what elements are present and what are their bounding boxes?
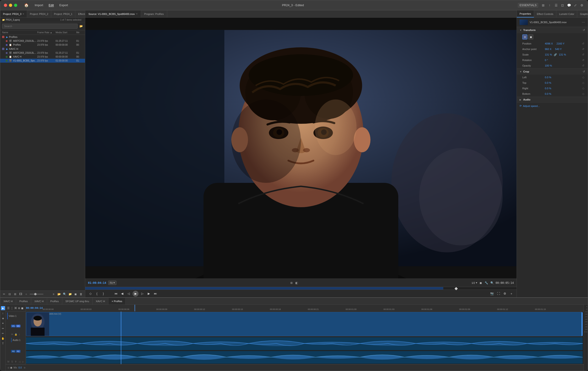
tab-project-pr24-2[interactable]: Project: PR24_2 — [27, 10, 51, 17]
safe-margins-icon[interactable]: ⊞ — [290, 281, 293, 285]
program-tab[interactable]: Program: ProRes — [141, 10, 167, 17]
scale-link-icon[interactable]: 🔗 — [554, 53, 557, 56]
clip-menu-icon[interactable]: ⋯ — [582, 20, 585, 24]
a1-target-button[interactable]: A1 — [16, 350, 21, 353]
clock-icon[interactable]: ○ — [24, 292, 28, 296]
add-icon[interactable]: ＋ — [509, 291, 514, 296]
anchor-x-value[interactable]: 960 X — [545, 48, 551, 50]
compare-icon[interactable]: ◧ — [295, 281, 298, 285]
track-eye-icon[interactable]: 👁 — [10, 333, 14, 336]
home-icon[interactable]: 🏠 — [24, 2, 29, 8]
tl-tool-ripple[interactable]: ◈ — [1, 316, 5, 320]
play-button[interactable]: ▶ — [133, 291, 138, 297]
list-item[interactable]: 🎬 A007C003_231013L6.m 23.976 fps 01:25:2… — [0, 39, 85, 43]
menu-list-icon[interactable]: ☰ — [554, 3, 558, 8]
project-search-input[interactable] — [2, 24, 78, 29]
mark-in-icon[interactable]: ◇ — [88, 291, 93, 296]
crop-bottom-value[interactable]: 0.0 % — [545, 92, 551, 95]
crop-right-value[interactable]: 0.0 % — [545, 87, 551, 90]
new-bin-icon[interactable]: 📁 — [68, 292, 72, 296]
close-button[interactable] — [4, 4, 7, 7]
scale-value[interactable]: 131 % — [545, 53, 552, 56]
tl-tool-text[interactable]: T — [1, 341, 5, 346]
position-x-value[interactable]: 4096 X — [545, 42, 553, 45]
resize-icon[interactable]: ⤢ — [573, 3, 578, 8]
grid-view-icon[interactable]: ⊞ — [13, 292, 17, 296]
crop-bottom-reset-btn[interactable]: ◇ — [581, 92, 585, 95]
tl-tab-xavch3[interactable]: XAVC H — [93, 298, 108, 304]
scale-reset-btn[interactable]: ↺ — [581, 53, 585, 56]
minimize-button[interactable] — [9, 4, 12, 7]
mix-menu-icon[interactable]: ⊕ — [23, 366, 26, 369]
tl-clip-icon[interactable]: ◼ — [21, 307, 23, 310]
edit-tool-icon[interactable]: ✏ — [2, 292, 6, 296]
sort-icon[interactable]: ≡ — [52, 292, 56, 296]
mark-out2-icon[interactable]: } — [101, 291, 106, 296]
scrub-timeline[interactable] — [85, 287, 516, 290]
fit-selector[interactable]: Fit ▾ — [108, 281, 116, 285]
tab-project-pr24-1[interactable]: Project: PR24_1 — [51, 10, 75, 17]
tab-lumetri-color[interactable]: Lumetri Color — [556, 10, 577, 17]
tab-graphics-templates[interactable]: Graphics Templates — [577, 10, 588, 17]
mark-out-icon[interactable]: { — [94, 291, 99, 296]
tab-effect-controls[interactable]: Effect Controls — [534, 10, 556, 17]
go-to-in-icon[interactable]: ⏮ — [113, 291, 118, 296]
anchor-y-value[interactable]: 540 Y — [555, 48, 562, 50]
v1-button[interactable]: V1 — [11, 325, 15, 327]
a1-button[interactable]: A1 — [11, 350, 15, 353]
col-framerate-header[interactable]: Frame Rate ▲ — [37, 31, 56, 34]
tl-tab-xavch2[interactable]: XAVC H — [31, 298, 47, 304]
list-item[interactable]: 📋 ProRes 23.976 fps 00:00:00:00 00: — [0, 43, 85, 47]
step-back2-icon[interactable]: ◁ — [126, 291, 131, 296]
source-tab[interactable]: Source: V1-0001_BCBS_Spot86400.mov × — [85, 10, 141, 17]
folder-xavch[interactable]: ▶ XAVC H — [0, 47, 85, 51]
search2-icon[interactable]: 🔍 — [63, 292, 67, 296]
crop-top-reset-btn[interactable]: ◇ — [581, 81, 585, 84]
step-fwd-icon[interactable]: ▷ — [140, 291, 145, 296]
opacity-transform-btn[interactable]: ◼ — [528, 34, 533, 40]
export-icon[interactable]: ↑ — [547, 3, 552, 8]
fullscreen-icon[interactable]: ⛶ — [496, 291, 501, 296]
step-fwd2-icon[interactable]: ▶ — [146, 291, 151, 296]
settings2-icon[interactable]: ⚙ — [502, 291, 507, 296]
audio-waveform-2[interactable] — [26, 351, 583, 364]
scale-uniform-value[interactable]: 131 % — [559, 53, 566, 56]
marker-icon[interactable]: ◼ — [74, 292, 78, 296]
audio-section-header[interactable]: ▶ Audio — [517, 97, 588, 102]
export-nav[interactable]: Export — [59, 3, 68, 7]
col-mediastart-header[interactable]: Media Start — [56, 31, 76, 34]
tl-tool-slip[interactable]: ⇔ — [1, 326, 5, 331]
workspaces-icon[interactable]: ⊡ — [560, 3, 565, 8]
tab-effects[interactable]: Effects — [75, 10, 85, 17]
tl-tab-prores2[interactable]: ProRes — [47, 298, 62, 304]
rotation-value[interactable]: 0 ° — [545, 59, 548, 61]
tl-menu-icon[interactable]: ☰ — [7, 307, 10, 310]
crop-left-value[interactable]: 0.0 % — [545, 76, 551, 79]
list-item[interactable]: 🎬 A007C003_231013L6.M 23.976 fps 01:25:2… — [0, 51, 85, 55]
position-y-value[interactable]: 2160 Y — [556, 42, 565, 45]
import-nav[interactable]: Import — [35, 3, 43, 7]
layout-icon[interactable]: ⊞ — [541, 3, 546, 8]
settings-icon[interactable]: ⚙ — [579, 3, 584, 8]
filmstrip-icon[interactable]: 🎞 — [19, 292, 23, 296]
step-back-icon[interactable]: ◀ — [120, 291, 125, 296]
folder-prores[interactable]: ▶ ProRes — [0, 35, 85, 39]
tl-snap-icon[interactable]: ⋮ — [10, 307, 13, 310]
crop-top-value[interactable]: 0.0 % — [545, 81, 551, 84]
audio-solo-icon[interactable]: S — [10, 360, 14, 363]
source-tab-close[interactable]: × — [136, 13, 137, 15]
transform-reset-icon[interactable]: ↺ — [583, 29, 585, 32]
tl-tool-pen[interactable]: ✏ — [1, 331, 5, 335]
track-lock-icon[interactable]: 🔒 — [14, 333, 17, 336]
tab-properties[interactable]: Properties — [517, 10, 534, 17]
new-item-icon[interactable]: 📂 — [57, 292, 61, 296]
clip-right-trim[interactable] — [582, 312, 582, 336]
timeline-ruler[interactable]: 00:00:00:00 00:00:00:03 00:00:00:06 00:0… — [43, 305, 584, 311]
audio-left-icon[interactable]: ◁ — [18, 360, 21, 363]
anchor-reset-btn[interactable]: ↺ — [581, 48, 585, 51]
tl-tab-xavch1[interactable]: XAVC H — [0, 298, 16, 304]
maximize-button[interactable] — [14, 4, 17, 7]
tab-menu-icon[interactable]: ≡ — [23, 13, 24, 15]
list-view-icon[interactable]: ⊟ — [8, 292, 12, 296]
audio-waveform-1[interactable] — [26, 337, 583, 350]
